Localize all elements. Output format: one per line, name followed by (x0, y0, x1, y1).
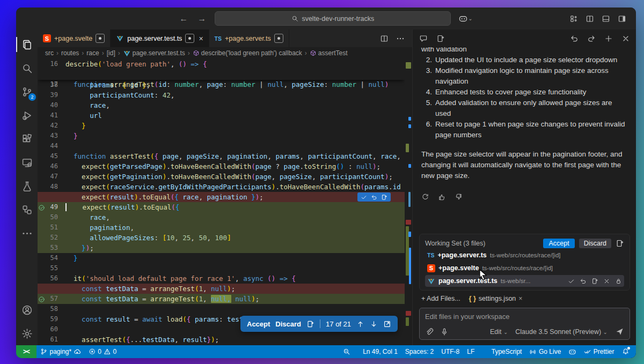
discard-file-icon[interactable] (580, 278, 587, 285)
discard-change-icon[interactable] (371, 194, 377, 200)
undo-icon[interactable] (570, 34, 579, 43)
problems-status[interactable]: 0 0 (85, 345, 120, 358)
working-set-file--page.server.ts[interactable]: TS+page.server.tsts-web/src/routes/race/… (425, 249, 624, 261)
activity-testing[interactable] (16, 174, 38, 198)
code-line: 48 expect(raceService.getByIdWithPagedPa… (38, 182, 405, 192)
thumbs-down-icon[interactable] (455, 193, 463, 201)
discard-button[interactable]: Discard (275, 320, 301, 328)
cursor-position[interactable]: Ln 49, Col 1 (359, 345, 401, 358)
breadcrumb-item[interactable]: describe('load green path') callback (201, 49, 302, 57)
mode-picker[interactable]: Edit ⌄ (490, 328, 508, 336)
copilot-menu-button[interactable]: ⌄ (458, 14, 472, 24)
previous-diff-icon[interactable] (356, 320, 364, 328)
next-diff-icon[interactable] (370, 320, 378, 328)
eol-status[interactable]: LF (463, 345, 478, 358)
remove-chip-icon[interactable]: × (518, 295, 522, 302)
line-number: 42 (42, 121, 58, 131)
split-editor-right-icon[interactable] (380, 34, 389, 43)
line-number: 53 (42, 243, 58, 253)
new-session-icon[interactable] (604, 34, 613, 43)
redo-icon[interactable] (587, 34, 596, 43)
language-status[interactable]: TypeScript (478, 345, 525, 358)
activity-source-control[interactable]: 2 (16, 80, 38, 103)
breadcrumb-item[interactable]: routes (61, 49, 79, 57)
chat-list-item: 5.Added validation to ensure only allowe… (421, 98, 627, 119)
close-panel-icon[interactable] (621, 34, 630, 43)
command-center-search[interactable]: svelte-dev-runner-tracks (215, 11, 451, 26)
modified-indicator-icon[interactable] (274, 34, 283, 43)
history-forward-icon[interactable]: → (197, 14, 206, 24)
apply-in-editor-icon[interactable] (306, 320, 314, 328)
activity-references[interactable] (16, 198, 38, 221)
chat-input[interactable]: Edit files in your workspace Edit ⌄ Clau… (419, 308, 630, 340)
git-branch-status[interactable]: paging* (36, 345, 85, 358)
attach-icon[interactable] (425, 328, 434, 336)
working-set-accept-button[interactable]: Accept (543, 239, 574, 248)
apply-file-icon[interactable] (381, 194, 387, 200)
customize-layout-icon[interactable] (569, 14, 578, 23)
accept-change-icon[interactable] (361, 194, 367, 200)
accept-file-icon[interactable] (568, 278, 575, 285)
code-line: 50 race, (38, 212, 405, 222)
breadcrumb-item[interactable]: src (45, 49, 54, 57)
add-files-button[interactable]: + Add Files... (421, 295, 460, 302)
breadcrumb-item[interactable]: page.server.test.ts (133, 49, 185, 57)
save-all-icon[interactable] (616, 239, 624, 248)
overview-ruler[interactable] (405, 59, 412, 345)
settings-json-chip[interactable]: { } settings.json × (469, 295, 523, 302)
prettier-status[interactable]: Prettier (580, 345, 618, 358)
regenerate-icon[interactable] (421, 193, 429, 201)
chat-icon[interactable] (419, 34, 428, 43)
mic-icon[interactable] (440, 328, 449, 336)
toggle-secondary-sidebar-icon[interactable] (618, 14, 626, 23)
toggle-panel-icon[interactable] (602, 14, 610, 23)
editor-more-actions-icon[interactable] (396, 34, 405, 43)
split-editor-icon[interactable] (586, 14, 594, 23)
activity-remote-explorer[interactable] (16, 151, 38, 174)
modified-indicator-icon[interactable] (96, 34, 105, 43)
lock-file-icon[interactable] (615, 278, 622, 285)
chat-list-item: 6.Reset to page 1 when page size changes… (421, 119, 627, 140)
go-live-button[interactable]: Go Live (525, 345, 565, 358)
remote-indicator[interactable]: >< (16, 345, 36, 358)
activity-run-debug[interactable] (16, 103, 38, 127)
open-in-editor-icon[interactable] (383, 320, 391, 328)
new-edit-session-icon[interactable] (436, 34, 445, 43)
send-icon[interactable] (615, 327, 624, 336)
deleted-code-line: expect(result).toEqual({ race, paginatio… (38, 192, 405, 202)
breadcrumb-item[interactable]: assertTest (318, 49, 348, 57)
history-back-icon[interactable]: ← (179, 14, 188, 24)
close-tab-icon[interactable]: × (199, 34, 203, 43)
notifications-button[interactable] (618, 345, 633, 358)
copilot-status[interactable] (565, 345, 580, 358)
breadcrumb-item[interactable]: [id] (107, 49, 115, 57)
tab-label: page.server.test.ts (127, 35, 182, 42)
activity-more[interactable] (16, 221, 38, 245)
breadcrumb[interactable]: src›routes›race›[id]›page.server.test.ts… (38, 47, 412, 59)
accept-button[interactable]: Accept (247, 320, 270, 328)
activity-settings[interactable] (16, 322, 38, 345)
working-set-discard-button[interactable]: Discard (579, 239, 611, 248)
tab--page.server.ts[interactable]: TS+page.server.ts (209, 29, 289, 47)
working-set-file-page.server.test.ts[interactable]: page.server.test.tsts-web/sr... (425, 275, 624, 287)
activity-accounts[interactable] (16, 298, 38, 322)
encoding-status[interactable]: UTF-8 (437, 345, 463, 358)
modified-indicator-icon[interactable] (185, 34, 194, 43)
activity-explorer[interactable] (16, 33, 38, 56)
remove-file-icon[interactable] (603, 278, 610, 285)
model-picker[interactable]: Claude 3.5 Sonnet (Preview) ⌄ (515, 328, 608, 336)
thumbs-up-icon[interactable] (438, 193, 446, 201)
open-diff-icon[interactable] (591, 278, 598, 285)
breadcrumb-item[interactable]: race (86, 49, 99, 57)
indentation-status[interactable]: Spaces: 2 (401, 345, 437, 358)
tab-page.server.test.ts[interactable]: page.server.test.ts× (111, 29, 209, 47)
code-editor[interactable]: 38 params: { id },39 participantCount: 4… (38, 59, 412, 345)
tab--page.svelte[interactable]: S+page.svelte (38, 29, 111, 47)
vitest-icon (427, 277, 435, 285)
copilot-icon (458, 14, 468, 24)
activity-search[interactable] (16, 56, 38, 80)
zoom-status[interactable] (339, 345, 354, 358)
working-set-file--page.svelte[interactable]: S+page.sveltets-web/src/routes/race/[id] (425, 262, 624, 274)
activity-extensions[interactable] (16, 127, 38, 151)
breadcrumb-separator: › (56, 49, 58, 57)
